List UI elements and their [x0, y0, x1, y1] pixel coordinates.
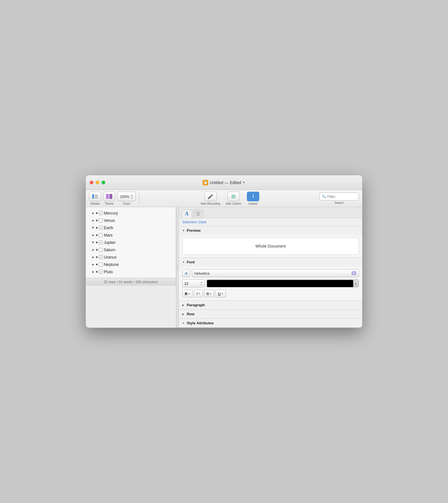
traffic-lights [90, 181, 105, 184]
font-letter-button[interactable]: A [182, 269, 190, 277]
list-item[interactable]: ▶ ✓ Pluto [86, 268, 176, 275]
sidebar-toolbar-group: Sidebar [89, 192, 101, 205]
jupiter-checkbox[interactable]: ✓ [99, 240, 103, 244]
mercury-checkbox[interactable]: ✓ [99, 211, 103, 215]
row-expand-icon: ▶ [182, 313, 185, 316]
expand-uranus-icon[interactable]: ▶ [91, 255, 95, 259]
list-item[interactable]: ▶ Saturn [86, 246, 176, 253]
saturn-checkbox[interactable] [99, 248, 103, 252]
color-stepper[interactable]: ▲ ▼ [353, 280, 359, 287]
add-column-icon: ⊞ [231, 193, 236, 200]
preview-section-header[interactable]: ▼ Preview [179, 226, 362, 235]
font-size-control[interactable]: 12 ▲ ▼ [182, 279, 205, 287]
add-column-button[interactable]: ⊞ [227, 192, 240, 201]
mercury-label: Mercury [104, 211, 118, 215]
font-title: Font [187, 260, 195, 264]
row-section: ▶ Row [179, 310, 362, 319]
underline-button[interactable]: U ▼ [215, 290, 226, 298]
theme-label: Theme [105, 202, 113, 205]
sidebar-label: Sidebar [90, 202, 100, 205]
zoom-down-icon[interactable]: ▼ [130, 197, 133, 199]
mars-checkbox[interactable] [99, 233, 103, 237]
list-item[interactable]: ▶ ✓ Earth [86, 224, 176, 231]
paragraph-tab-icon: ☰ [196, 211, 200, 216]
uranus-bullet [96, 256, 98, 258]
close-button[interactable] [90, 181, 93, 184]
svg-rect-1 [95, 195, 98, 195]
inspect-button[interactable]: i [247, 192, 259, 201]
toolbar-center: 🎤 Start Recording ⊞ Add Column i Inspect [143, 192, 317, 205]
zoom-up-icon[interactable]: ▲ [130, 194, 133, 196]
paragraph-title: Paragraph [187, 303, 205, 307]
list-item[interactable]: ▶ Venus [86, 217, 176, 224]
expand-saturn-icon[interactable]: ▶ [91, 248, 95, 252]
font-section-header[interactable]: ▼ Font [179, 258, 362, 266]
list-item[interactable]: ▶ ✓ Mercury [86, 209, 176, 217]
handle-dot [177, 269, 178, 270]
zoom-stepper[interactable]: ▲ ▼ [130, 194, 133, 199]
style-attributes-section-header[interactable]: ▼ Style Attributes [179, 319, 362, 327]
row-title: Row [187, 312, 194, 316]
zoom-label: Zoom [123, 202, 130, 205]
list-item[interactable]: ▶ Neptune [86, 261, 176, 268]
microphone-icon: 🎤 [208, 194, 213, 199]
sidebar-button[interactable] [89, 192, 101, 201]
title-chevron-icon[interactable]: ▼ [243, 181, 245, 184]
expand-pluto-icon[interactable]: ▶ [91, 270, 95, 274]
sidebar-scroll[interactable]: ▶ ✓ Mercury ▶ Venus ▶ [86, 207, 176, 278]
sidebar-icon [92, 194, 98, 199]
inspector-tabs: A ☰ [179, 207, 362, 218]
svg-rect-3 [95, 198, 98, 198]
font-color-swatch[interactable] [207, 280, 353, 287]
start-recording-group: 🎤 Start Recording [201, 192, 220, 205]
row-section-header[interactable]: ▶ Row [179, 310, 362, 318]
earth-label: Earth [104, 226, 113, 230]
search-input[interactable] [327, 194, 355, 199]
strikethrough-label: S [207, 292, 209, 296]
mars-label: Mars [104, 233, 113, 237]
earth-bullet [96, 227, 98, 229]
font-name-dropdown[interactable]: Helvetica ▼ [192, 269, 359, 277]
selection-style-text: Selection Style [182, 220, 207, 224]
style-attributes-expand-icon: ▼ [182, 322, 185, 325]
neptune-checkbox[interactable] [99, 263, 103, 266]
list-item[interactable]: ▶ ✓ Jupiter [86, 239, 176, 246]
expand-earth-icon[interactable]: ▶ [91, 226, 95, 229]
zoom-control[interactable]: 100% ▲ ▼ [117, 192, 136, 201]
italic-label: I [196, 292, 197, 296]
svg-rect-5 [109, 194, 112, 199]
expand-venus-icon[interactable]: ▶ [91, 219, 95, 222]
handle-dot [177, 265, 178, 266]
earth-checkbox[interactable]: ✓ [99, 226, 103, 230]
theme-button[interactable] [103, 192, 115, 201]
search-field[interactable]: 🔍 [319, 193, 359, 200]
tab-font[interactable]: A [182, 209, 192, 218]
add-column-label: Add Column [226, 202, 241, 205]
theme-toolbar-group: Theme [103, 192, 115, 205]
tab-paragraph[interactable]: ☰ [193, 209, 203, 218]
inspect-icon: i [252, 194, 254, 199]
expand-jupiter-icon[interactable]: ▶ [91, 241, 95, 244]
maximize-button[interactable] [102, 181, 105, 184]
pluto-checkbox[interactable]: ✓ [99, 270, 103, 274]
expand-mercury-icon[interactable]: ▶ [91, 211, 95, 215]
bold-button[interactable]: B ▼ [182, 290, 193, 298]
venus-checkbox[interactable] [99, 218, 103, 222]
list-item[interactable]: ▶ ✓ Uranus [86, 253, 176, 261]
expand-mars-icon[interactable]: ▶ [91, 233, 95, 237]
statusbar: 32 rows • 31 words • 180 characters [86, 278, 176, 286]
paragraph-section-header[interactable]: ▶ Paragraph [179, 301, 362, 309]
italic-button[interactable]: I ▼ [194, 290, 203, 298]
strikethrough-button[interactable]: S ▼ [204, 290, 214, 298]
minimize-button[interactable] [96, 181, 99, 184]
sidebar-resize-handle[interactable] [176, 207, 179, 328]
font-size-down-icon[interactable]: ▼ [200, 284, 203, 286]
uranus-checkbox[interactable]: ✓ [99, 255, 103, 259]
list-item[interactable]: ▶ Mars [86, 231, 176, 239]
font-size-stepper[interactable]: ▲ ▼ [200, 281, 203, 286]
font-size-up-icon[interactable]: ▲ [200, 281, 203, 283]
zoom-toolbar-group: 100% ▲ ▼ Zoom [117, 192, 136, 205]
start-recording-button[interactable]: 🎤 [204, 192, 217, 201]
expand-neptune-icon[interactable]: ▶ [91, 263, 95, 266]
bold-chevron-icon: ▼ [188, 292, 190, 295]
